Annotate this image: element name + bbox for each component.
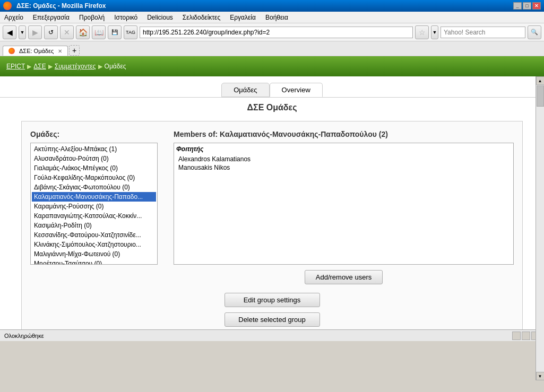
minimize-button[interactable]: _ [513, 2, 522, 10]
status-icon-1 [512, 332, 521, 340]
title-left: ΔΣΕ: Ομάδες - Mozilla Firefox [3, 2, 106, 10]
tab-overview[interactable]: Overview [270, 83, 323, 97]
browser-tab-0[interactable]: ΔΣΕ: Ομάδες ✕ [3, 46, 68, 56]
back-dropdown[interactable]: ▼ [19, 25, 26, 39]
main-content: ΔΣΕ Ομάδες Ομάδες: Ακτύπης-Αλεξίου-Μπάκα… [0, 98, 544, 329]
group-list-item[interactable]: Γούλα-Κεφαλίδης-Μαρκόπουλος (0) [32, 173, 156, 182]
menu-bookmarks[interactable]: Σελιδοδείκτες [180, 13, 222, 22]
members-column: Members of: Καλαματιανός-Μανουσάκης-Παπα… [174, 130, 514, 284]
reload-button[interactable]: ↺ [44, 25, 58, 39]
group-list-item[interactable]: Ακτύπης-Αλεξίου-Μπάκας (1) [32, 144, 156, 154]
search-input[interactable] [441, 27, 525, 38]
buttons-area: Edit group settings Delete selected grou… [30, 293, 514, 329]
menu-delicious[interactable]: Delicious [145, 13, 175, 22]
tag-button[interactable]: TAG [124, 25, 137, 39]
titlebar: ΔΣΕ: Ομάδες - Mozilla Firefox _ □ ✕ [0, 0, 544, 12]
group-list-item[interactable]: Κλινάκης-Σιμόπουλος-Χατζηστουριο... [32, 240, 156, 249]
breadcrumb-bar: EPICT ▶ ΔΣΕ ▶ Συμμετέχοντες ▶ Ομάδες [0, 56, 544, 76]
menu-tools[interactable]: Εργαλεία [228, 13, 258, 22]
group-list-item[interactable]: Μαλιγιάννη-Μίχα-Φωτεινού (0) [32, 249, 156, 259]
add-remove-users-button[interactable]: Add/remove users [305, 270, 383, 284]
statusbar: Ολοκληρώθηκε [0, 329, 544, 341]
group-list-item[interactable]: Καλαματιανός-Μανουσάκης-Παπαδο... [32, 192, 156, 202]
search-go-button[interactable]: 🔍 [528, 25, 541, 39]
tab-omades[interactable]: Ομάδες [221, 83, 269, 97]
menu-view[interactable]: Προβολή [77, 13, 107, 22]
menubar: Αρχείο Επεξεργασία Προβολή Ιστορικό Deli… [0, 12, 544, 23]
forward-button[interactable]: ▶ [28, 25, 42, 39]
save-button[interactable]: 💾 [108, 25, 122, 39]
breadcrumb-current: Ομάδες [105, 63, 126, 70]
firefox-icon [3, 2, 12, 10]
close-button[interactable]: ✕ [532, 2, 541, 10]
status-icon-2 [522, 332, 530, 340]
groups-panel: Ομάδες: Ακτύπης-Αλεξίου-Μπάκας (1)Αλυσαν… [21, 121, 523, 329]
breadcrumb-participants[interactable]: Συμμετέχοντες [55, 63, 96, 70]
scroll-thumb[interactable] [537, 85, 544, 107]
groups-listbox[interactable]: Ακτύπης-Αλεξίου-Μπάκας (1)Αλυσανδράτου-Ρ… [30, 143, 158, 265]
tab-close-0[interactable]: ✕ [58, 48, 62, 54]
window-title: ΔΣΕ: Ομάδες - Mozilla Firefox [16, 2, 106, 10]
address-bar[interactable] [140, 27, 413, 38]
groups-column: Ομάδες: Ακτύπης-Αλεξίου-Μπάκας (1)Αλυσαν… [30, 130, 158, 284]
scroll-up-arrow[interactable]: ▲ [536, 76, 545, 85]
right-buttons: Add/remove users [174, 270, 514, 284]
menu-file[interactable]: Αρχείο [2, 13, 25, 22]
delete-group-button[interactable]: Delete selected group [224, 312, 320, 327]
page-tabs: Ομάδες Overview [0, 76, 544, 98]
group-list-item[interactable]: Καραμάνης-Ρούσσης (0) [32, 202, 156, 211]
breadcrumb-epict[interactable]: EPICT [6, 63, 25, 70]
menu-edit[interactable]: Επεξεργασία [31, 13, 72, 22]
dropdown-button[interactable]: ▼ [431, 25, 438, 39]
breadcrumb-dse[interactable]: ΔΣΕ [33, 63, 46, 70]
menu-history[interactable]: Ιστορικό [112, 13, 140, 22]
scroll-down-arrow[interactable]: ▼ [536, 372, 545, 380]
status-text: Ολοκληρώθηκε [4, 333, 44, 339]
panel-row: Ομάδες: Ακτύπης-Αλεξίου-Μπάκας (1)Αλυσαν… [30, 130, 514, 284]
page-title: ΔΣΕ Ομάδες [11, 103, 533, 112]
window-controls: _ □ ✕ [513, 2, 541, 10]
tabbar: ΔΣΕ: Ομάδες ✕ + [0, 41, 544, 56]
scroll-track[interactable] [536, 85, 545, 372]
group-list-item[interactable]: Καραπαναγιώτης-Κατσούλας-Κοκκίν... [32, 211, 156, 221]
member-item: Manousakis Nikos [176, 163, 511, 172]
maximize-button[interactable]: □ [523, 2, 531, 10]
group-list-item[interactable]: Αλυσανδράτου-Ρούτση (0) [32, 154, 156, 163]
member-item: Alexandros Kalamatianos [176, 155, 511, 163]
member-category: Φοιτητής [176, 145, 511, 153]
breadcrumb-sep-1: ▶ [27, 63, 31, 70]
edit-group-button[interactable]: Edit group settings [224, 293, 320, 307]
tab-label-0: ΔΣΕ: Ομάδες [19, 48, 54, 54]
group-list-item[interactable]: Μηρέτσου-Τσαύτσου (0) [32, 259, 156, 265]
group-list-item[interactable]: Διβάνης-Σκάγιας-Φωτοπούλου (0) [32, 182, 156, 192]
members-listbox: Φοιτητής Alexandros KalamatianosManousak… [174, 143, 514, 265]
scrollbar[interactable]: ▲ ▼ [536, 76, 544, 380]
members-list: Alexandros KalamatianosManousakis Nikos [176, 155, 511, 172]
content-wrapper: Ομάδες Overview ΔΣΕ Ομάδες Ομάδες: Ακτύπ… [0, 76, 544, 329]
members-header: Members of: Καλαματιανός-Μανουσάκης-Παπα… [174, 130, 514, 138]
new-tab-button[interactable]: + [69, 45, 80, 56]
stop-button[interactable]: ✕ [60, 25, 74, 39]
breadcrumb-sep-3: ▶ [98, 63, 102, 70]
group-list-item[interactable]: Γιαλαμάς-Λιάκος-Μπέγκος (0) [32, 163, 156, 173]
group-list-item[interactable]: Κασιμάλη-Ροδίτη (0) [32, 221, 156, 230]
groups-header: Ομάδες: [30, 130, 158, 138]
breadcrumb-sep-2: ▶ [48, 63, 53, 70]
back-button[interactable]: ◀ [3, 25, 16, 39]
tab-icon [8, 48, 15, 54]
navbar: ◀ ▼ ▶ ↺ ✕ 🏠 📖 💾 TAG ☆ ▼ 🔍 [0, 23, 544, 41]
menu-help[interactable]: Βοήθεια [263, 13, 290, 22]
bookmarks-button[interactable]: 📖 [92, 25, 106, 39]
home-button[interactable]: 🏠 [76, 25, 90, 39]
group-list-item[interactable]: Κεσσανίδης-Φατούρου-Χατζητσινίδε... [32, 230, 156, 240]
star-icon[interactable]: ☆ [415, 25, 429, 39]
